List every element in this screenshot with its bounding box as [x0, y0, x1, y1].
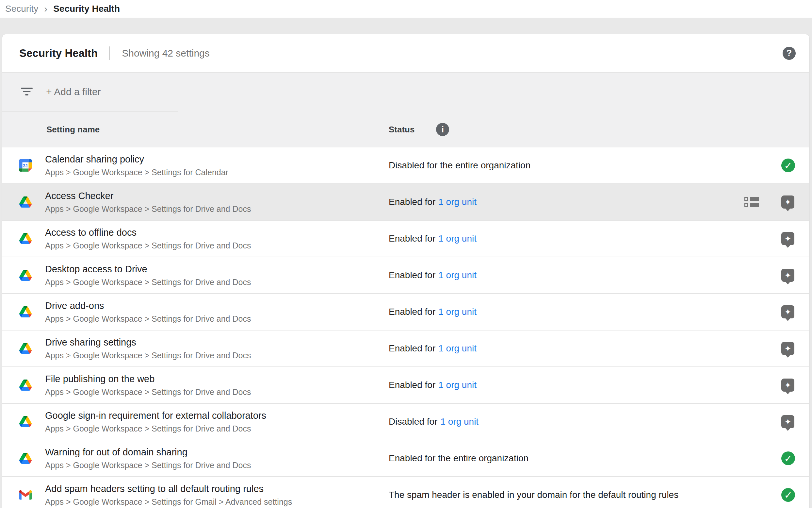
setting-path: Apps > Google Workspace > Settings for D…: [45, 278, 251, 287]
breadcrumb-security-health: Security Health: [53, 4, 120, 14]
setting-path: Apps > Google Workspace > Settings for D…: [45, 241, 251, 250]
recommendation-badge-icon[interactable]: ✦: [781, 196, 794, 209]
recommendation-badge-icon[interactable]: ✦: [781, 415, 794, 428]
setting-status: Disabled for1 org unit: [389, 417, 479, 427]
setting-row[interactable]: Warning for out of domain sharing Apps >…: [2, 440, 809, 477]
setting-name: Warning for out of domain sharing: [45, 447, 251, 458]
settings-list: 31 Calendar sharing policy Apps > Google…: [2, 147, 809, 508]
column-setting-name: Setting name: [46, 125, 100, 135]
setting-path: Apps > Google Workspace > Settings for D…: [45, 461, 251, 470]
settings-count: Showing 42 settings: [122, 48, 210, 59]
setting-row[interactable]: Access Checker Apps > Google Workspace >…: [2, 184, 809, 221]
org-unit-link[interactable]: 1 org unit: [438, 270, 477, 280]
setting-status: Enabled for1 org unit: [389, 234, 477, 244]
filter-list-icon: [21, 88, 33, 96]
setting-status: Disabled for the entire organization: [389, 160, 530, 171]
title-divider: [109, 46, 110, 60]
setting-path: Apps > Google Workspace > Settings for C…: [45, 168, 228, 177]
recommendation-badge-icon[interactable]: ✦: [781, 342, 794, 355]
org-unit-link[interactable]: 1 org unit: [438, 380, 477, 390]
setting-path: Apps > Google Workspace > Settings for D…: [45, 314, 251, 324]
setting-row[interactable]: Drive add-ons Apps > Google Workspace > …: [2, 294, 809, 331]
gmail-icon: [19, 489, 32, 501]
check-circle-icon: ✓: [781, 452, 795, 465]
setting-row[interactable]: 31 Calendar sharing policy Apps > Google…: [2, 147, 809, 184]
breadcrumb-security[interactable]: Security: [5, 4, 38, 14]
page-title: Security Health: [19, 47, 98, 59]
info-icon[interactable]: i: [436, 123, 449, 136]
help-icon[interactable]: ?: [782, 47, 796, 60]
org-unit-link[interactable]: 1 org unit: [440, 417, 479, 427]
add-filter-label: + Add a filter: [46, 86, 101, 97]
setting-name: Add spam headers setting to all default …: [45, 483, 292, 494]
status-text: Enabled for: [389, 307, 435, 317]
svg-text:31: 31: [23, 163, 28, 168]
add-filter-button[interactable]: + Add a filter: [2, 73, 809, 111]
org-unit-link[interactable]: 1 org unit: [438, 307, 477, 317]
setting-path: Apps > Google Workspace > Settings for D…: [45, 387, 251, 397]
setting-status: Enabled for1 org unit: [389, 270, 477, 281]
setting-row[interactable]: Google sign-in requirement for external …: [2, 404, 809, 440]
setting-name: Drive sharing settings: [45, 337, 251, 348]
recommendation-badge-icon[interactable]: ✦: [781, 232, 794, 245]
status-text: Enabled for: [389, 197, 435, 207]
org-list-icon: [745, 196, 759, 208]
org-unit-link[interactable]: 1 org unit: [438, 234, 477, 244]
status-text: Enabled for the entire organization: [389, 453, 528, 463]
breadcrumb-separator-icon: ›: [44, 3, 47, 14]
status-text: Disabled for: [389, 417, 437, 427]
drive-icon: [19, 416, 32, 428]
drive-icon: [19, 196, 32, 208]
status-text: Enabled for: [389, 234, 435, 244]
drive-icon: [19, 342, 32, 355]
table-header: Setting name Status i: [2, 112, 809, 147]
setting-row[interactable]: Desktop access to Drive Apps > Google Wo…: [2, 257, 809, 294]
setting-name: Calendar sharing policy: [45, 154, 228, 165]
setting-row[interactable]: Add spam headers setting to all default …: [2, 477, 809, 508]
setting-path: Apps > Google Workspace > Settings for D…: [45, 351, 251, 360]
recommendation-badge-icon[interactable]: ✦: [781, 379, 794, 392]
setting-row[interactable]: File publishing on the web Apps > Google…: [2, 367, 809, 404]
status-text: Disabled for the entire organization: [389, 160, 530, 170]
drive-icon: [19, 452, 32, 465]
status-text: Enabled for: [389, 380, 435, 390]
setting-status: Enabled for1 org unit: [389, 343, 477, 354]
setting-status: Enabled for1 org unit: [389, 307, 477, 317]
card-header: Security Health Showing 42 settings ?: [2, 34, 809, 72]
setting-row[interactable]: Access to offline docs Apps > Google Wor…: [2, 221, 809, 257]
breadcrumb: Security › Security Health: [0, 0, 812, 18]
recommendation-badge-icon[interactable]: ✦: [781, 269, 794, 282]
setting-name: Access to offline docs: [45, 227, 251, 238]
column-status: Status: [389, 125, 415, 135]
setting-path: Apps > Google Workspace > Settings for G…: [45, 497, 292, 507]
setting-status: Enabled for1 org unit: [389, 197, 477, 207]
check-circle-icon: ✓: [781, 159, 795, 172]
security-health-card: Security Health Showing 42 settings ? + …: [2, 34, 809, 508]
status-text: Enabled for: [389, 270, 435, 280]
calendar-icon: 31: [19, 159, 32, 172]
org-unit-link[interactable]: 1 org unit: [438, 343, 477, 353]
drive-icon: [19, 379, 32, 391]
status-text: The spam header is enabled in your domai…: [389, 490, 678, 500]
setting-status: Enabled for the entire organization: [389, 453, 528, 464]
drive-icon: [19, 232, 32, 245]
setting-name: Drive add-ons: [45, 300, 251, 311]
check-circle-icon: ✓: [781, 488, 795, 502]
drive-icon: [19, 269, 32, 282]
setting-status: The spam header is enabled in your domai…: [389, 490, 678, 500]
setting-name: File publishing on the web: [45, 374, 251, 384]
setting-name: Google sign-in requirement for external …: [45, 410, 266, 421]
setting-row[interactable]: Drive sharing settings Apps > Google Wor…: [2, 331, 809, 367]
setting-path: Apps > Google Workspace > Settings for D…: [45, 204, 251, 214]
setting-name: Access Checker: [45, 190, 251, 201]
drive-icon: [19, 306, 32, 318]
status-text: Enabled for: [389, 343, 435, 353]
recommendation-badge-icon[interactable]: ✦: [781, 305, 794, 319]
setting-name: Desktop access to Drive: [45, 264, 251, 274]
setting-status: Enabled for1 org unit: [389, 380, 477, 390]
setting-path: Apps > Google Workspace > Settings for D…: [45, 424, 266, 433]
org-unit-link[interactable]: 1 org unit: [438, 197, 477, 207]
